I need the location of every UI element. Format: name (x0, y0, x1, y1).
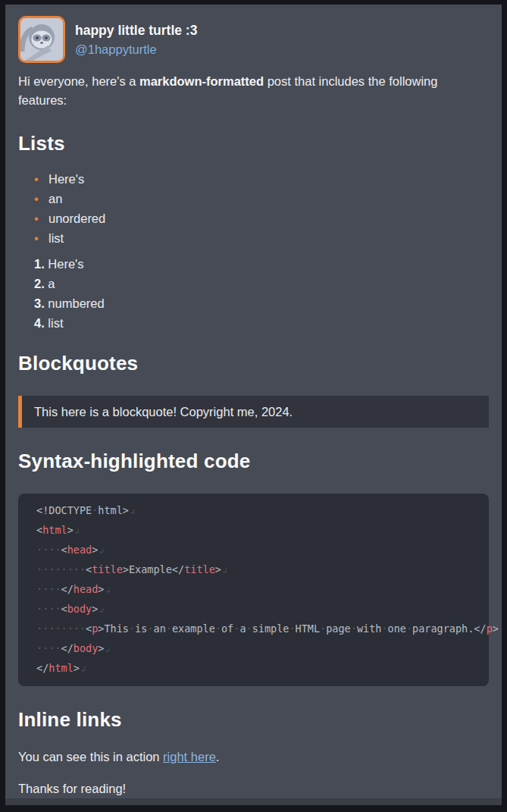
reply-count: 0 (160, 804, 167, 806)
list-item: list (34, 231, 489, 245)
post-header: happy little turtle :3 @1happyturtle (18, 5, 489, 63)
boost-button[interactable]: 0 (221, 804, 246, 806)
code-line: </html>↲ (36, 659, 471, 679)
list-item: unordered (34, 212, 489, 225)
favourite-button[interactable]: ★ 0 (182, 804, 205, 806)
right-here-link[interactable]: right here (163, 750, 216, 763)
code-line: ········<p>This·is·an·example·of·a·simpl… (36, 619, 471, 639)
boost-count: 0 (239, 804, 246, 806)
author-meta: happy little turtle :3 @1happyturtle (75, 16, 197, 63)
code-line: ····<body>↲ (36, 600, 471, 619)
code-line: ····<head>↲ (36, 541, 471, 560)
heading-inline-links: Inline links (18, 708, 489, 732)
star-icon: ★ (182, 804, 193, 805)
code-line: ········<title>Example</title>↲ (36, 560, 471, 580)
links-suffix: . (216, 750, 220, 763)
links-paragraph: You can see this in action right here. (18, 748, 489, 767)
status-post: happy little turtle :3 @1happyturtle Hi … (5, 5, 502, 805)
post-footer: Sep 23, 2024, 16:03 0 ★ 0 (5, 798, 502, 805)
code-block: <!DOCTYPE·html>↲<html>↲····<head>↲······… (18, 494, 489, 686)
list-item: an (34, 192, 489, 205)
blockquote: This here is a blockquote! Copyright me,… (18, 396, 489, 428)
ordered-list: Here'sanumberedlist (18, 257, 489, 330)
list-item: Here's (34, 172, 489, 186)
heading-lists: Lists (18, 132, 489, 155)
list-item: a (34, 277, 489, 290)
heading-blockquotes: Blockquotes (18, 352, 489, 375)
code-line: ····</head>↲ (36, 580, 471, 600)
avatar[interactable] (18, 16, 65, 63)
intro-pre: Hi everyone, here's a (18, 74, 139, 88)
timestamp[interactable]: Sep 23, 2024, 16:03 (18, 804, 124, 806)
post-body: happy little turtle :3 @1happyturtle Hi … (5, 5, 502, 798)
favourite-count: 0 (199, 804, 205, 806)
list-item: numbered (34, 296, 489, 310)
intro-paragraph: Hi everyone, here's a markdown-formatted… (18, 72, 489, 110)
list-item: Here's (34, 257, 489, 271)
post-frame: happy little turtle :3 @1happyturtle Hi … (0, 0, 507, 812)
handle-link[interactable]: @1happyturtle (75, 42, 197, 57)
code-line: ····</body>↲ (36, 639, 471, 659)
list-item: list (34, 316, 489, 330)
heading-code: Syntax-highlighted code (18, 450, 489, 473)
display-name: happy little turtle :3 (75, 23, 197, 39)
code-line: <html>↲ (36, 521, 471, 541)
language-tag: fr (482, 804, 489, 806)
code-line: <!DOCTYPE·html>↲ (36, 501, 471, 521)
links-pre: You can see this in action (18, 750, 163, 763)
sloth-avatar-icon (20, 18, 63, 61)
intro-bold: markdown-formatted (139, 74, 264, 88)
reply-icon (141, 805, 155, 806)
outro-paragraph: Thanks for reading! (18, 779, 489, 798)
unordered-list: Here'sanunorderedlist (18, 172, 489, 245)
reply-button[interactable]: 0 (141, 804, 167, 806)
